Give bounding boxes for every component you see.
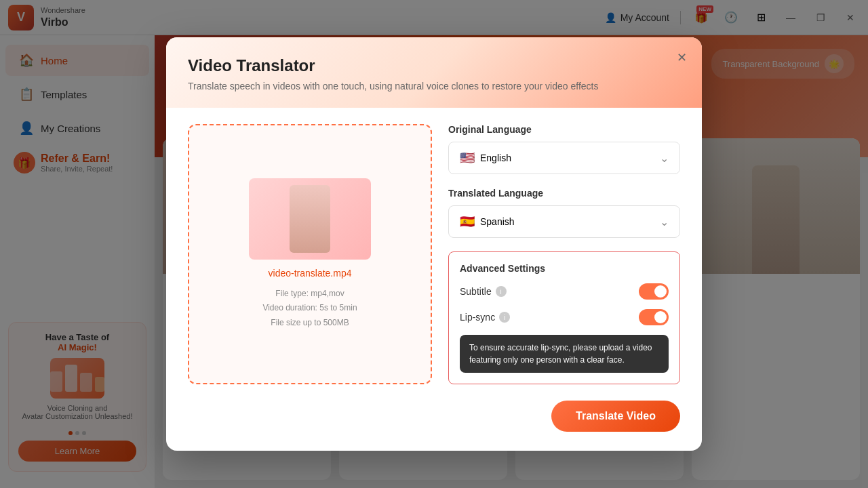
modal-close-button[interactable]: ✕ [672, 48, 691, 67]
original-language-label: Original Language [448, 124, 680, 135]
subtitle-info-icon[interactable]: i [496, 286, 507, 297]
lipsync-toggle[interactable] [639, 309, 669, 325]
file-name: video-translate.mp4 [269, 268, 352, 279]
translated-language-value: Spanish [480, 216, 515, 227]
modal-body: video-translate.mp4 File type: mp4,mov V… [166, 108, 702, 401]
subtitle-label: Subtitle i [460, 286, 507, 297]
original-language-dropdown[interactable]: 🇺🇸 English ⌄ [448, 142, 680, 174]
lipsync-label: Lip-sync i [460, 312, 510, 323]
subtitle-toggle[interactable] [639, 283, 669, 300]
dropdown-chevron-2: ⌄ [660, 216, 669, 228]
lipsync-tooltip: To ensure accurate lip-sync, please uplo… [460, 335, 669, 373]
dropdown-chevron: ⌄ [660, 152, 669, 165]
video-translator-modal: Video Translator Translate speech in vid… [166, 37, 702, 451]
lipsync-info-icon[interactable]: i [499, 312, 510, 323]
video-thumbnail [249, 178, 371, 260]
modal-title: Video Translator [188, 56, 680, 75]
translated-language-dropdown[interactable]: 🇪🇸 Spanish ⌄ [448, 205, 680, 238]
advanced-settings-section: Advanced Settings Subtitle i Lip-sync i [448, 251, 680, 384]
lipsync-toggle-row: Lip-sync i [460, 309, 669, 325]
modal-subtitle: Translate speech in videos with one touc… [188, 81, 680, 92]
original-language-value: English [480, 152, 511, 163]
modal-header: Video Translator Translate speech in vid… [166, 37, 702, 108]
thumbnail-figure [290, 185, 330, 253]
original-flag: 🇺🇸 [460, 150, 475, 165]
modal-footer: Translate Video [166, 401, 702, 451]
translate-video-button[interactable]: Translate Video [551, 401, 680, 432]
translated-language-label: Translated Language [448, 188, 680, 199]
settings-panel: Original Language 🇺🇸 English ⌄ Translate… [448, 124, 680, 384]
translated-flag: 🇪🇸 [460, 214, 475, 229]
advanced-settings-title: Advanced Settings [460, 263, 669, 274]
subtitle-toggle-row: Subtitle i [460, 283, 669, 300]
upload-area[interactable]: video-translate.mp4 File type: mp4,mov V… [188, 124, 432, 384]
file-info: File type: mp4,mov Video duration: 5s to… [262, 287, 357, 331]
